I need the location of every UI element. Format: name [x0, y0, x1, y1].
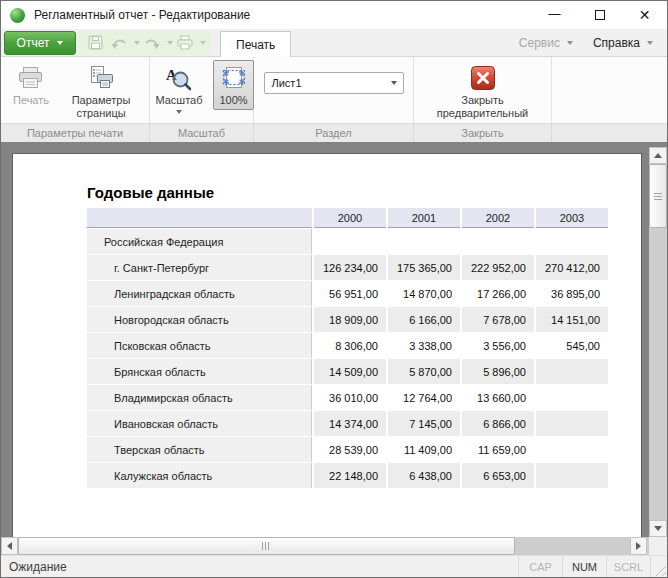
- titlebar: Регламентный отчет - Редактирование — ✕: [1, 1, 667, 29]
- help-caret-icon: [647, 41, 653, 45]
- value-cell: 5 870,00: [388, 359, 460, 384]
- value-cell: 6 438,00: [388, 463, 460, 488]
- page-setup-icon: [88, 64, 115, 92]
- app-icon: [10, 8, 25, 23]
- value-cell: 7 678,00: [462, 307, 534, 332]
- corner-header-cell: [87, 208, 312, 228]
- tab-print[interactable]: Печать: [220, 31, 291, 57]
- report-menu-button[interactable]: Отчет: [4, 31, 76, 55]
- scroll-down-button[interactable]: [649, 520, 667, 537]
- value-cell: 6 653,00: [462, 463, 534, 488]
- close-preview-icon: [470, 64, 496, 92]
- status-text: Ожидание: [1, 560, 67, 574]
- value-cell: 13 660,00: [462, 385, 534, 410]
- preview-area: Годовые данные 2000200120022003 Российск…: [1, 142, 667, 555]
- undo-icon: [107, 35, 131, 51]
- value-cell: 28 539,00: [314, 437, 386, 462]
- help-menu-label: Справка: [593, 36, 640, 50]
- ribbon-group-labels: Параметры печати Масштаб Раздел Закрыть: [1, 123, 667, 142]
- thumb-grip-icon: [654, 192, 662, 200]
- year-column-header: 2001: [388, 208, 460, 228]
- service-menu: Сервис: [509, 31, 583, 55]
- value-cell: [536, 229, 608, 254]
- ribbon-group-close: Закрыть предварительный просмотр: [414, 57, 552, 123]
- sheet-selector[interactable]: Лист1: [264, 72, 404, 94]
- ribbon-group-print-settings: Печать Параметры страницы: [1, 57, 150, 123]
- window-controls: — ✕: [532, 1, 667, 29]
- scale-button[interactable]: A Масштаб: [149, 60, 208, 118]
- table-row: Псковская область8 306,003 338,003 556,0…: [87, 333, 608, 358]
- horizontal-scrollbar[interactable]: [1, 537, 649, 555]
- region-label-cell: Российская Федерация: [87, 229, 312, 254]
- value-cell: 18 909,00: [314, 307, 386, 332]
- zoom-100-button[interactable]: 100%: [213, 60, 253, 110]
- thumb-grip-icon: [262, 542, 271, 550]
- value-cell: 175 365,00: [388, 255, 460, 280]
- scroll-up-button[interactable]: [649, 147, 667, 164]
- table-row: Новгородская область18 909,006 166,007 6…: [87, 307, 608, 332]
- value-cell: 12 764,00: [388, 385, 460, 410]
- table-row: Брянская область14 509,005 870,005 896,0…: [87, 359, 608, 384]
- page-setup-button[interactable]: Параметры страницы: [59, 60, 143, 124]
- statusbar: Ожидание CAPNUMSCRL: [1, 555, 667, 577]
- value-cell: 270 412,00: [536, 255, 608, 280]
- value-cell: [314, 229, 386, 254]
- arrow-right-icon: [636, 542, 641, 550]
- value-cell: 56 951,00: [314, 281, 386, 306]
- value-cell: 17 266,00: [462, 281, 534, 306]
- table-row: г. Санкт-Петербург126 234,00175 365,0022…: [87, 255, 608, 280]
- vertical-scrollbar[interactable]: [649, 147, 667, 537]
- close-icon: ✕: [639, 7, 651, 23]
- value-cell: 6 166,00: [388, 307, 460, 332]
- help-menu[interactable]: Справка: [583, 31, 663, 55]
- value-cell: 222 952,00: [462, 255, 534, 280]
- value-cell: 22 148,00: [314, 463, 386, 488]
- report-head-row: 2000200120022003: [87, 208, 608, 228]
- region-label-cell: Брянская область: [87, 359, 312, 384]
- horizontal-scroll-thumb[interactable]: [18, 537, 515, 555]
- year-column-header: 2002: [462, 208, 534, 228]
- scale-caret-icon: [176, 110, 182, 114]
- region-label-cell: Тверская область: [87, 437, 312, 462]
- zoom-100-label: 100%: [219, 94, 247, 107]
- value-cell: 545,00: [536, 333, 608, 358]
- scroll-left-button[interactable]: [1, 537, 18, 555]
- report-menu-label: Отчет: [17, 36, 50, 50]
- scroll-right-button[interactable]: [630, 537, 647, 555]
- region-label-cell: Калужская область: [87, 463, 312, 488]
- region-label-cell: Ивановская область: [87, 411, 312, 436]
- tab-print-label: Печать: [236, 38, 275, 52]
- keyboard-indicator-num: NUM: [562, 556, 606, 577]
- print-button-label: Печать: [13, 94, 49, 107]
- keyboard-indicator-scrl: SCRL: [606, 556, 650, 577]
- maximize-icon: [595, 10, 605, 20]
- chevron-down-icon: [57, 41, 63, 45]
- table-row: Российская Федерация: [87, 229, 608, 254]
- value-cell: 3 338,00: [388, 333, 460, 358]
- vertical-scroll-thumb[interactable]: [649, 164, 667, 228]
- print-button: Печать: [7, 60, 55, 111]
- report-title: Годовые данные: [87, 184, 214, 201]
- maximize-button[interactable]: [577, 1, 622, 29]
- value-cell: 6 866,00: [462, 411, 534, 436]
- minimize-button[interactable]: —: [532, 1, 577, 29]
- group-label-scale: Масштаб: [150, 124, 254, 142]
- ribbon-group-scale: A Масштаб 100%: [150, 57, 254, 123]
- arrow-down-icon: [654, 526, 662, 531]
- value-cell: 11 409,00: [388, 437, 460, 462]
- table-row: Калужская область22 148,006 438,006 653,…: [87, 463, 608, 488]
- region-label-cell: г. Санкт-Петербург: [87, 255, 312, 280]
- window-title: Регламентный отчет - Редактирование: [34, 8, 250, 22]
- service-menu-label: Сервис: [519, 36, 560, 50]
- resize-grip[interactable]: [653, 563, 666, 576]
- value-cell: 7 145,00: [388, 411, 460, 436]
- sheet-selector-caret-icon[interactable]: [385, 81, 403, 85]
- table-row: Ивановская область14 374,007 145,006 866…: [87, 411, 608, 436]
- right-menus: Сервис Справка: [509, 31, 663, 55]
- redo-icon: [140, 35, 164, 51]
- value-cell: [536, 359, 608, 384]
- region-label-cell: Новгородская область: [87, 307, 312, 332]
- ribbon-group-section: Лист1: [254, 57, 414, 123]
- close-button[interactable]: ✕: [622, 1, 667, 29]
- menubar: Отчет Печать Сервис: [1, 29, 667, 57]
